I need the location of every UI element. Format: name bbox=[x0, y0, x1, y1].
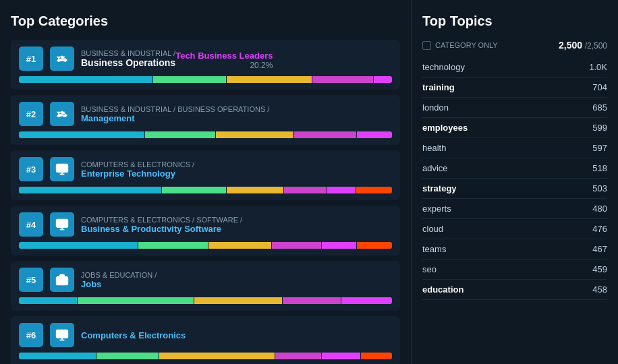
topic-row-2[interactable]: training704 bbox=[422, 78, 607, 98]
topic-row-3[interactable]: london685 bbox=[422, 98, 607, 118]
category-note-1: Tech Business Leaders20.2% bbox=[175, 51, 273, 70]
bar-segment-5-4 bbox=[283, 297, 341, 304]
category-name-5[interactable]: Jobs bbox=[81, 279, 101, 289]
topic-name-7: strategy bbox=[422, 183, 457, 193]
category-label-3: COMPUTERS & ELECTRONICS / bbox=[81, 160, 194, 169]
category-text-5: JOBS & EDUCATION /Jobs bbox=[81, 271, 157, 289]
category-item-5: #5 JOBS & EDUCATION /Jobs bbox=[11, 261, 400, 311]
bar-segment-3-4 bbox=[284, 187, 327, 193]
category-text-4: COMPUTERS & ELECTRONICS / SOFTWARE /Busi… bbox=[81, 216, 242, 234]
bar-segment-6-4 bbox=[275, 353, 322, 359]
category-label-2: BUSINESS & INDUSTRIAL / BUSINESS OPERATI… bbox=[81, 105, 269, 113]
bar-container-3 bbox=[19, 187, 392, 193]
topic-row-4[interactable]: employees599 bbox=[422, 118, 607, 138]
svg-rect-2 bbox=[57, 164, 68, 173]
right-panel: Top Topics CATEGORY ONLY 2,500 /2,500 te… bbox=[412, 0, 618, 364]
monitor-icon-3 bbox=[50, 157, 74, 181]
category-name-6[interactable]: Computers & Electronics bbox=[81, 330, 186, 340]
topic-name-3: london bbox=[422, 102, 449, 113]
category-item-4: #4 COMPUTERS & ELECTRONICS / SOFTWARE /B… bbox=[11, 206, 400, 255]
category-only-text: CATEGORY ONLY bbox=[435, 41, 498, 49]
topic-name-11: seo bbox=[422, 264, 437, 274]
bar-segment-4-2 bbox=[138, 242, 208, 249]
topic-name-12: education bbox=[422, 284, 464, 295]
topic-count-5: 597 bbox=[592, 143, 607, 153]
rank-badge-2: #2 bbox=[19, 102, 43, 126]
topic-row-11[interactable]: seo459 bbox=[422, 260, 607, 280]
svg-rect-8 bbox=[57, 277, 68, 285]
category-name-4[interactable]: Business & Productivity Software bbox=[81, 224, 221, 234]
bar-segment-6-1 bbox=[19, 353, 96, 359]
bar-container-5 bbox=[19, 297, 392, 304]
briefcase-icon-5 bbox=[50, 268, 74, 292]
category-only-filter[interactable]: CATEGORY ONLY bbox=[422, 41, 498, 50]
monitor-icon-6 bbox=[50, 323, 74, 347]
bar-segment-4-1 bbox=[19, 242, 138, 249]
rank-badge-1: #1 bbox=[19, 47, 43, 71]
category-item-3: #3 COMPUTERS & ELECTRONICS /Enterprise T… bbox=[11, 150, 400, 200]
rank-badge-4: #4 bbox=[19, 212, 43, 237]
category-text-3: COMPUTERS & ELECTRONICS /Enterprise Tech… bbox=[81, 160, 194, 179]
total-count-display: 2,500 /2,500 bbox=[559, 40, 607, 51]
bar-container-2 bbox=[19, 131, 392, 138]
topic-row-6[interactable]: advice518 bbox=[422, 158, 607, 179]
topic-row-9[interactable]: cloud476 bbox=[422, 219, 607, 239]
topic-row-10[interactable]: teams467 bbox=[422, 239, 607, 260]
handshake-icon-2 bbox=[50, 102, 74, 126]
category-label-4: COMPUTERS & ELECTRONICS / SOFTWARE / bbox=[81, 216, 242, 224]
bar-segment-6-6 bbox=[361, 353, 392, 359]
bar-segment-2-1 bbox=[19, 131, 144, 138]
topics-container: technology1.0Ktraining704london685employ… bbox=[422, 57, 607, 300]
topic-name-10: teams bbox=[422, 244, 446, 254]
category-name-2[interactable]: Management bbox=[81, 113, 134, 123]
rank-badge-5: #5 bbox=[19, 268, 43, 292]
category-name-3[interactable]: Enterprise Technology bbox=[81, 169, 175, 179]
category-only-checkbox[interactable] bbox=[422, 41, 431, 50]
bar-segment-4-3 bbox=[208, 242, 271, 249]
category-label-1: BUSINESS & INDUSTRIAL / bbox=[81, 49, 175, 57]
bar-container-6 bbox=[19, 353, 392, 359]
rank-badge-3: #3 bbox=[19, 157, 43, 181]
topic-name-5: health bbox=[422, 143, 446, 153]
topic-name-8: experts bbox=[422, 204, 451, 214]
category-text-1: BUSINESS & INDUSTRIAL /Business Operatio… bbox=[81, 49, 175, 68]
topic-count-9: 476 bbox=[592, 224, 607, 234]
bar-segment-2-2 bbox=[145, 131, 215, 138]
bar-segment-3-6 bbox=[356, 187, 392, 193]
bar-segment-1-2 bbox=[153, 76, 226, 83]
category-item-1: #1 BUSINESS & INDUSTRIAL /Business Opera… bbox=[11, 40, 400, 90]
topic-count-8: 480 bbox=[592, 204, 607, 214]
bar-segment-3-2 bbox=[162, 187, 226, 193]
bar-segment-6-5 bbox=[322, 353, 360, 359]
bar-segment-4-6 bbox=[357, 242, 392, 249]
total-count: 2,500 bbox=[559, 40, 582, 51]
bar-segment-4-5 bbox=[322, 242, 357, 249]
topic-count-7: 503 bbox=[592, 183, 607, 193]
category-text-2: BUSINESS & INDUSTRIAL / BUSINESS OPERATI… bbox=[81, 105, 269, 123]
topic-row-1[interactable]: technology1.0K bbox=[422, 57, 607, 78]
rank-badge-6: #6 bbox=[19, 323, 43, 347]
topic-name-2: training bbox=[422, 82, 455, 92]
total-max: /2,500 bbox=[585, 41, 607, 51]
bar-segment-2-3 bbox=[216, 131, 293, 138]
bar-segment-4-4 bbox=[272, 242, 320, 249]
bar-segment-6-3 bbox=[159, 353, 275, 359]
bar-segment-3-3 bbox=[227, 187, 283, 193]
topic-row-8[interactable]: experts480 bbox=[422, 199, 607, 219]
svg-rect-5 bbox=[57, 220, 68, 228]
bar-segment-5-3 bbox=[194, 297, 281, 304]
svg-rect-10 bbox=[57, 330, 68, 338]
bar-segment-1-5 bbox=[374, 76, 392, 83]
topic-row-12[interactable]: education458 bbox=[422, 280, 607, 300]
bar-segment-5-5 bbox=[341, 297, 392, 304]
topic-count-10: 467 bbox=[592, 244, 607, 254]
topic-name-6: advice bbox=[422, 163, 448, 173]
topic-row-7[interactable]: strategy503 bbox=[422, 179, 607, 199]
bar-segment-1-1 bbox=[19, 76, 152, 83]
category-item-6: #6 Computers & Electronics bbox=[11, 316, 400, 364]
topic-count-6: 518 bbox=[592, 163, 607, 173]
topic-row-5[interactable]: health597 bbox=[422, 138, 607, 158]
topic-count-3: 685 bbox=[592, 102, 607, 113]
category-text-6: Computers & Electronics bbox=[81, 330, 186, 340]
bar-segment-1-3 bbox=[227, 76, 312, 83]
